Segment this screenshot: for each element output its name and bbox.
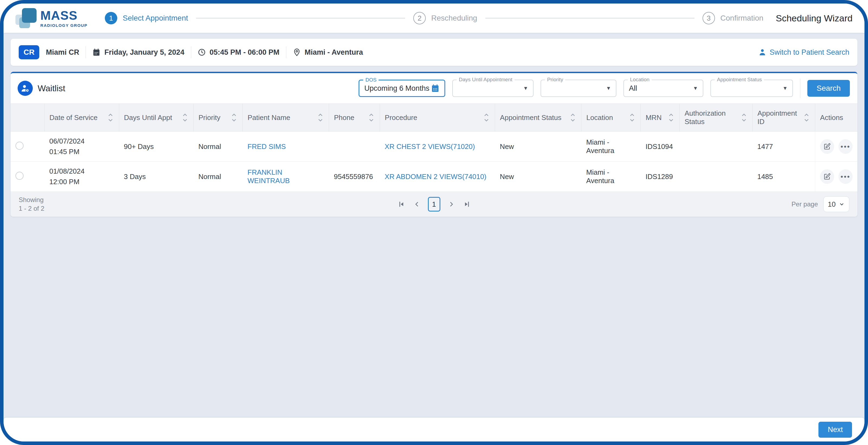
location-pin-icon: [293, 48, 301, 56]
col-mrn[interactable]: MRN: [641, 104, 680, 132]
col-appointment-id[interactable]: Appointment ID: [752, 104, 815, 132]
sort-icon[interactable]: [628, 113, 636, 122]
edit-icon: [824, 143, 831, 150]
dropdown-arrow-icon: ▼: [693, 85, 698, 91]
waitlist-table: Date of Service Days Until Appt Priority…: [10, 103, 858, 192]
step-confirmation[interactable]: 3 Confirmation: [703, 12, 764, 24]
cell-authorization-status: [680, 132, 752, 162]
edit-button[interactable]: [820, 169, 834, 184]
sort-icon[interactable]: [230, 113, 238, 122]
patient-name-link[interactable]: FRED SIMS: [243, 132, 329, 162]
cell-phone: [329, 132, 380, 162]
table-row: 01/08/2024 12:00 PM 3 Days Normal FRANKL…: [10, 162, 858, 192]
search-button[interactable]: Search: [807, 80, 850, 97]
sort-icon[interactable]: [368, 113, 375, 122]
cell-priority: Normal: [193, 162, 242, 192]
current-page[interactable]: 1: [428, 197, 440, 212]
page-prev-icon: [413, 200, 421, 208]
waitlist-header: Waitlist DOS Upcoming 6 Months Days Unti: [10, 73, 858, 103]
app-window: MASS RADIOLOGY GROUP 1 Select Appointmen…: [0, 0, 868, 445]
col-phone[interactable]: Phone: [329, 104, 380, 132]
divider: [800, 78, 800, 98]
page-last-icon: [463, 200, 471, 208]
page-next-icon: [447, 200, 455, 208]
col-priority[interactable]: Priority: [193, 104, 242, 132]
cell-priority: Normal: [193, 132, 242, 162]
dropdown-arrow-icon: ▼: [606, 85, 611, 91]
page-prev-button[interactable]: [412, 199, 422, 209]
edit-icon: [824, 173, 831, 180]
sort-icon[interactable]: [740, 113, 747, 122]
wizard-footer: Next: [3, 418, 865, 442]
col-days-until-appt[interactable]: Days Until Appt: [119, 104, 193, 132]
table-header-row: Date of Service Days Until Appt Priority…: [10, 104, 858, 132]
clock-icon: [198, 48, 206, 56]
cell-date-of-service: 06/07/2024 01:45 PM: [44, 132, 119, 162]
step-select-appointment[interactable]: 1 Select Appointment: [105, 12, 188, 24]
step-connector: [485, 18, 694, 19]
appointment-location: Miami - Aventura: [293, 48, 363, 57]
content-area: CR Miami CR Friday, January 5, 2024 05:4…: [3, 33, 865, 418]
col-authorization-status[interactable]: Authorization Status: [680, 104, 752, 132]
logo-icon: [16, 8, 37, 29]
page-next-button[interactable]: [446, 199, 456, 209]
page-first-button[interactable]: [397, 199, 406, 209]
step-2-label: Rescheduling: [431, 14, 477, 23]
resource-name: Miami CR: [46, 48, 79, 57]
sort-icon[interactable]: [668, 113, 675, 122]
cell-days-until: 90+ Days: [119, 132, 193, 162]
step-3-circle: 3: [703, 12, 715, 24]
cell-date-of-service: 01/08/2024 12:00 PM: [44, 162, 119, 192]
edit-button[interactable]: [820, 139, 834, 154]
page-last-button[interactable]: [462, 199, 472, 209]
days-until-appointment-filter[interactable]: Days Until Appointment ▼: [452, 80, 533, 97]
priority-filter[interactable]: Priority ▼: [540, 80, 616, 97]
more-actions-button[interactable]: •••: [838, 139, 852, 154]
more-actions-button[interactable]: •••: [838, 169, 852, 184]
cell-phone: 9545559876: [329, 162, 380, 192]
page-first-icon: [398, 200, 405, 208]
dos-filter[interactable]: DOS Upcoming 6 Months: [359, 80, 445, 97]
logo: MASS RADIOLOGY GROUP: [16, 8, 97, 29]
switch-to-patient-search-link[interactable]: Switch to Patient Search: [758, 48, 849, 57]
calendar-icon: [92, 48, 100, 56]
col-appointment-status[interactable]: Appointment Status: [495, 104, 582, 132]
procedure-link[interactable]: XR CHEST 2 VIEWS(71020): [380, 132, 495, 162]
cell-appointment-status: New: [495, 132, 582, 162]
col-date-of-service[interactable]: Date of Service: [44, 104, 119, 132]
calendar-icon[interactable]: [431, 84, 439, 93]
cell-appointment-id: 1477: [752, 132, 815, 162]
showing-count: Showing 1 - 2 of 2: [19, 196, 44, 213]
sort-icon[interactable]: [182, 113, 188, 122]
logo-subtitle: RADIOLOGY GROUP: [40, 23, 88, 27]
cell-mrn: IDS1289: [641, 162, 680, 192]
waitlist-title: Waitlist: [38, 84, 65, 93]
top-bar: MASS RADIOLOGY GROUP 1 Select Appointmen…: [3, 3, 865, 33]
patient-name-link[interactable]: FRANKLIN WEINTRAUB: [243, 162, 329, 192]
next-button[interactable]: Next: [818, 422, 852, 438]
row-radio[interactable]: [16, 142, 24, 150]
col-location[interactable]: Location: [582, 104, 641, 132]
dropdown-arrow-icon: ▼: [523, 85, 528, 91]
per-page-select[interactable]: 10: [823, 196, 849, 212]
sort-icon[interactable]: [317, 113, 324, 122]
waitlist-person-clock-icon: [18, 81, 33, 96]
col-procedure[interactable]: Procedure: [380, 104, 495, 132]
waitlist-panel: Waitlist DOS Upcoming 6 Months Days Unti: [10, 72, 858, 217]
row-radio[interactable]: [16, 172, 24, 180]
wizard-stepper: 1 Select Appointment 2 Rescheduling 3 Co…: [105, 12, 764, 24]
dropdown-arrow-icon: ▼: [782, 85, 787, 91]
col-select: [10, 104, 44, 132]
step-rescheduling[interactable]: 2 Rescheduling: [413, 12, 477, 24]
sort-icon[interactable]: [803, 113, 810, 122]
sort-icon[interactable]: [569, 113, 576, 122]
sort-icon[interactable]: [107, 113, 114, 122]
procedure-link[interactable]: XR ABDOMEN 2 VIEWS(74010): [380, 162, 495, 192]
cell-appointment-id: 1485: [752, 162, 815, 192]
chevron-down-icon: [839, 201, 845, 207]
location-filter[interactable]: Location All ▼: [623, 80, 703, 97]
sort-icon[interactable]: [483, 113, 490, 122]
appointment-status-filter[interactable]: Appointment Status ▼: [710, 80, 793, 97]
per-page-label: Per page: [792, 200, 818, 208]
col-patient-name[interactable]: Patient Name: [243, 104, 329, 132]
